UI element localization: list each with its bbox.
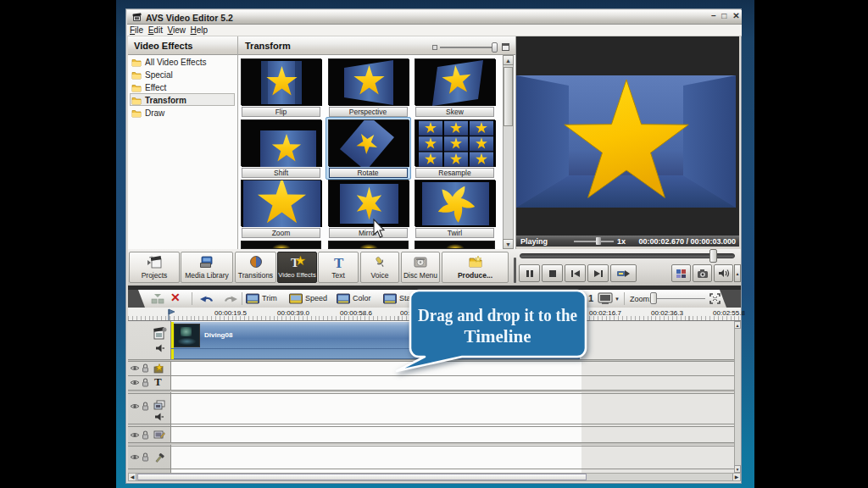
svg-text:T: T: [334, 255, 344, 269]
svg-text:T: T: [291, 256, 299, 269]
svg-text:Drag and drop it to the: Drag and drop it to the: [418, 305, 577, 325]
svg-text:Timeline: Timeline: [465, 326, 531, 347]
